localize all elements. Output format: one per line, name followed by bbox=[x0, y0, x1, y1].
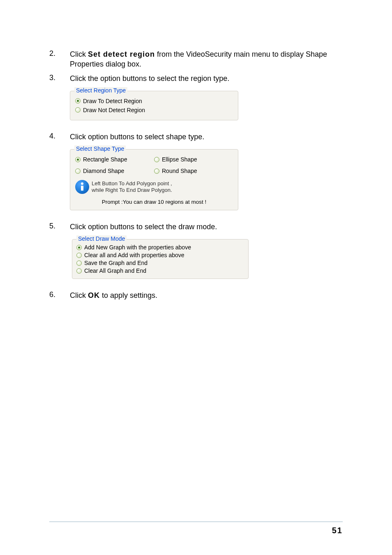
step-number: 5. bbox=[49, 222, 70, 232]
radio-label: Draw To Detect Region bbox=[83, 98, 142, 104]
step-number: 2. bbox=[49, 49, 70, 69]
radio-icon bbox=[76, 268, 82, 274]
radio-clear-all-graph-and-end[interactable]: Clear All Graph and End bbox=[76, 267, 244, 274]
radio-icon bbox=[75, 168, 81, 174]
info-text: Left Button To Add Polygon point , while… bbox=[92, 180, 172, 194]
radio-label: Diamond Shape bbox=[83, 168, 124, 174]
info-icon bbox=[75, 180, 89, 194]
info-line: Left Button To Add Polygon point , bbox=[92, 180, 172, 187]
prompt-text: Prompt :You can draw 10 regions at most … bbox=[75, 199, 233, 205]
step-4: 4. Click option buttons to select shape … bbox=[49, 132, 343, 142]
groupbox-select-shape-type: Select Shape Type Rectangle Shape Ellips… bbox=[70, 149, 238, 210]
step-number: 6. bbox=[49, 290, 70, 300]
radio-icon bbox=[75, 157, 81, 162]
step-number: 4. bbox=[49, 132, 70, 142]
radio-icon bbox=[76, 245, 82, 250]
step-text: Click OK to apply settings. bbox=[70, 290, 343, 300]
radio-label: Clear All Graph and End bbox=[84, 267, 146, 274]
radio-label: Add New Graph with the properties above bbox=[84, 244, 191, 251]
step-2: 2. Click Set detect region from the Vide… bbox=[49, 49, 343, 69]
step-text: Click option buttons to select shape typ… bbox=[70, 132, 343, 142]
step-5: 5. Click option buttons to select the dr… bbox=[49, 222, 343, 232]
radio-rectangle-shape[interactable]: Rectangle Shape bbox=[75, 156, 154, 163]
text-pre: Click bbox=[70, 50, 88, 58]
page-number: 51 bbox=[332, 526, 343, 535]
radio-label: Rectangle Shape bbox=[83, 156, 127, 163]
radio-draw-to-detect-region[interactable]: Draw To Detect Region bbox=[75, 98, 233, 104]
radio-ellipse-shape[interactable]: Ellipse Shape bbox=[154, 156, 233, 163]
groupbox-legend: Select Draw Mode bbox=[76, 235, 127, 242]
radio-icon bbox=[154, 168, 159, 174]
radio-icon bbox=[154, 157, 159, 162]
step-6: 6. Click OK to apply settings. bbox=[49, 290, 343, 300]
radio-icon bbox=[75, 98, 81, 104]
text-pre: Click bbox=[70, 291, 88, 299]
step-text: Click the option buttons to select the r… bbox=[70, 74, 343, 83]
bold-set-detect-region: Set detect region bbox=[88, 50, 155, 58]
radio-save-graph-and-end[interactable]: Save the Graph and End bbox=[76, 260, 244, 266]
groupbox-legend: Select Shape Type bbox=[74, 145, 126, 152]
info-line: while Right To End Draw Polygon. bbox=[92, 187, 172, 193]
radio-icon bbox=[76, 253, 82, 258]
radio-label: Save the Graph and End bbox=[84, 260, 148, 266]
radio-diamond-shape[interactable]: Diamond Shape bbox=[75, 168, 154, 174]
radio-label: Draw Not Detect Region bbox=[83, 107, 145, 113]
groupbox-legend: Select Region Type bbox=[74, 87, 127, 94]
radio-label: Clear all and Add with properties above bbox=[84, 252, 184, 258]
radio-draw-not-detect-region[interactable]: Draw Not Detect Region bbox=[75, 107, 233, 113]
radio-icon bbox=[75, 107, 81, 113]
radio-icon bbox=[76, 260, 82, 266]
step-3: 3. Click the option buttons to select th… bbox=[49, 74, 343, 83]
groupbox-select-region-type: Select Region Type Draw To Detect Region… bbox=[70, 91, 238, 120]
bold-ok: OK bbox=[88, 291, 100, 299]
radio-label: Round Shape bbox=[162, 168, 197, 174]
radio-label: Ellipse Shape bbox=[162, 156, 197, 163]
step-text: Click option buttons to select the draw … bbox=[70, 222, 343, 232]
text-post: to apply settings. bbox=[100, 291, 157, 299]
groupbox-select-draw-mode: Select Draw Mode Add New Graph with the … bbox=[72, 239, 249, 279]
radio-clear-all-and-add[interactable]: Clear all and Add with properties above bbox=[76, 252, 244, 258]
radio-round-shape[interactable]: Round Shape bbox=[154, 168, 233, 174]
radio-add-new-graph[interactable]: Add New Graph with the properties above bbox=[76, 244, 244, 251]
footer-rule bbox=[49, 521, 343, 522]
step-text: Click Set detect region from the VideoSe… bbox=[70, 49, 343, 69]
info-note: Left Button To Add Polygon point , while… bbox=[75, 180, 233, 194]
step-number: 3. bbox=[49, 74, 70, 83]
